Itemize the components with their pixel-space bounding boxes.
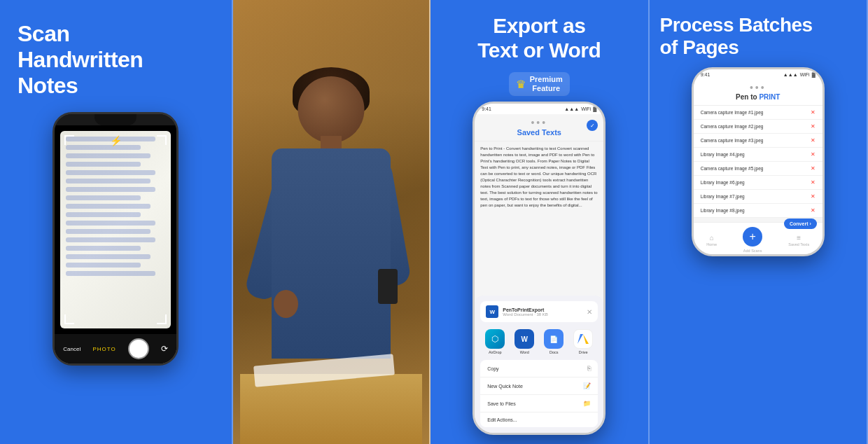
hw-line [66,237,155,242]
share-apps-row: ⬡ AirDrop W Word 📄 Docs [480,326,598,360]
hw-line [66,212,141,217]
phone-4-battery: ▓ [812,72,816,77]
svg-marker-2 [578,334,583,344]
airdrop-label: AirDrop [489,350,502,354]
hw-line [66,179,150,183]
premium-text: Premium Feature [530,75,563,93]
action-edit[interactable]: Edit Actions... [480,412,598,427]
file-list: Camera capture Image #1.jpeg ✕ Camera ca… [694,106,822,218]
phone-3-time: 9:41 [482,106,491,111]
file-delete-4[interactable]: ✕ [811,151,816,158]
svg-marker-1 [583,334,589,344]
cancel-label[interactable]: Cancel [63,346,80,352]
phone-4-signal: ▲▲▲ [783,72,798,77]
flash-icon: ⚡ [110,135,122,146]
action-save-files[interactable]: Save to Files 📁 [480,395,598,412]
hw-line [66,229,150,234]
phone-4-status-bar: 9:41 ▲▲▲ WiFi ▓ [694,69,822,80]
share-actions-list: Copy ⎘ New Quick Note 📝 Save to Files 📁 … [480,360,598,427]
panel-3-title: Export as Text or Word [441,14,638,62]
phone-4-dots: ••• [701,82,816,93]
camera-bottom: Cancel PHOTO ⟳ [55,334,176,363]
phone-mockup-4: 9:41 ▲▲▲ WiFi ▓ ••• Pen to PRINT Camera … [692,67,825,256]
saved-texts-title: Saved Texts [482,128,596,137]
phone-mockup-3: 9:41 ▲▲▲ WiFi ▓ ••• Saved Texts ✓ Pen to… [472,102,606,435]
scan-corner-br [157,314,167,324]
phone-notch-1 [94,114,136,125]
panel-1-title: Scan Handwritten Notes [18,21,214,98]
drive-icon [573,329,593,349]
add-scans-button[interactable]: + [743,227,762,247]
status-right-icons: ▲▲▲ WiFi ▓ [564,106,596,111]
dots-row: ••• [482,117,596,128]
tab-add-scans[interactable]: + Add Scans [738,226,766,254]
phone-4-wifi: WiFi [800,72,810,77]
handwriting-preview [60,131,171,328]
hw-line [66,145,141,150]
phone-3-header: ••• Saved Texts ✓ [475,114,603,141]
premium-badge: ♛ Premium Feature [509,72,570,96]
action-copy[interactable]: Copy ⎘ [480,360,598,377]
phone-4-time: 9:41 [701,72,710,77]
hw-line [66,162,141,167]
panel-batches: Process Batches of Pages 9:41 ▲▲▲ WiFi ▓… [650,0,869,444]
hw-line [66,195,141,200]
file-item-5: Camera capture Image #5.jpeg ✕ [694,162,822,176]
share-sheet: W PenToPrintExport Word Document · 38 KB… [475,296,603,433]
file-item-7: Library Image #7.jpeg ✕ [694,190,822,204]
share-file-name: PenToPrintExport [503,307,582,312]
flip-camera-icon[interactable]: ⟳ [161,344,168,354]
file-item-1: Camera capture Image #1.jpeg ✕ [694,106,822,120]
tab-home[interactable]: ⌂ Home [702,233,721,248]
hw-line [66,263,141,268]
signal-icon: ▲▲▲ [564,106,579,111]
share-app-drive[interactable]: Drive [573,329,593,354]
action-quick-note[interactable]: New Quick Note 📝 [480,377,598,395]
docs-icon: 📄 [544,329,564,349]
share-app-airdrop[interactable]: ⬡ AirDrop [485,329,505,354]
plus-icon: + [749,230,755,243]
panel-export: Export as Text or Word ♛ Premium Feature… [430,0,650,444]
ocr-text-preview: Pen to Print - Convert handwriting to te… [480,146,598,209]
file-delete-5[interactable]: ✕ [811,165,816,172]
crown-icon: ♛ [516,78,526,91]
hw-line [66,221,155,226]
share-app-word[interactable]: W Word [514,329,534,354]
phone-4-bottom-area: Convert › ⌂ Home + Add Scans ≡ [694,218,822,254]
hw-line [66,204,150,209]
copy-icon: ⎘ [587,365,591,372]
share-file-type: Word Document · 38 KB [503,312,582,317]
hw-line [66,187,155,192]
convert-button[interactable]: Convert › [784,218,817,229]
phone-screen-1: ⚡ [55,114,176,363]
airdrop-icon: ⬡ [485,329,505,349]
phone-3-container: 9:41 ▲▲▲ WiFi ▓ ••• Saved Texts ✓ Pen to… [472,102,606,435]
file-delete-2[interactable]: ✕ [811,123,816,130]
share-file-info: W PenToPrintExport Word Document · 38 KB… [480,301,598,322]
file-delete-1[interactable]: ✕ [811,109,816,116]
shutter-button[interactable] [128,338,149,359]
wifi-icon: WiFi [581,106,591,111]
file-item-2: Camera capture Image #2.jpeg ✕ [694,120,822,134]
hw-line [66,254,150,259]
word-app-icon: W [514,329,534,349]
file-item-6: Library Image #6.jpeg ✕ [694,176,822,190]
file-item-8: Library Image #8.jpeg ✕ [694,204,822,218]
figure-body [272,148,391,359]
file-delete-8[interactable]: ✕ [811,207,816,214]
file-delete-3[interactable]: ✕ [811,137,816,144]
figure-hand-left [274,290,298,318]
folder-icon: 📁 [583,400,591,407]
file-item-4: Library Image #4.jpeg ✕ [694,148,822,162]
hw-line [66,153,150,158]
tab-saved-texts[interactable]: ≡ Saved Texts [784,233,813,248]
file-delete-7[interactable]: ✕ [811,193,816,200]
battery-icon: ▓ [593,106,596,111]
file-item-3: Camera capture Image #3.jpeg ✕ [694,134,822,148]
camera-ui: ⚡ [55,125,176,363]
share-app-docs[interactable]: 📄 Docs [544,329,564,354]
word-app-label: Word [520,350,529,354]
file-delete-6[interactable]: ✕ [811,179,816,186]
close-share-icon[interactable]: ✕ [587,308,592,316]
phone-4-status-icons: ▲▲▲ WiFi ▓ [783,72,816,77]
